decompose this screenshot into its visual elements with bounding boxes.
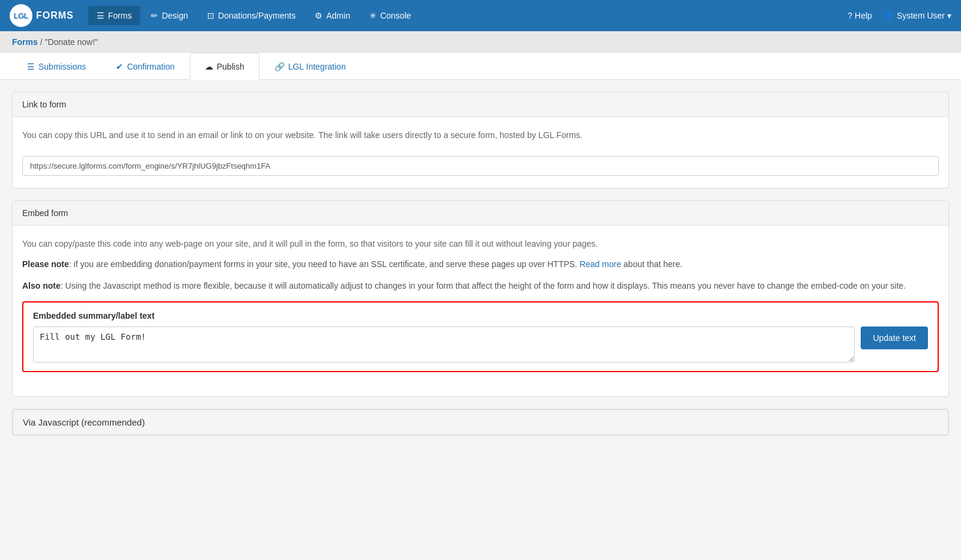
tabs: ☰ Submissions ✔ Confirmation ☁ Publish 🔗… bbox=[0, 53, 961, 80]
note1-body: : if you are embedding donation/payment … bbox=[69, 259, 577, 269]
top-navigation: LGL FORMS ☰ Forms ✏ Design ⊡ Donations/P… bbox=[0, 0, 961, 31]
breadcrumb: Forms / "Donate now!" bbox=[0, 31, 961, 53]
nav-right: ? Help 👤 System User ▾ bbox=[847, 11, 951, 20]
tab-publish[interactable]: ☁ Publish bbox=[190, 53, 259, 80]
note2-body: : Using the Javascript method is more fl… bbox=[61, 281, 906, 291]
chevron-down-icon: ▾ bbox=[947, 11, 951, 20]
nav-item-forms[interactable]: ☰ Forms bbox=[88, 6, 141, 25]
embed-form-body: You can copy/paste this code into any we… bbox=[13, 226, 948, 396]
link-to-form-section: Link to form You can copy this URL and u… bbox=[12, 92, 949, 188]
embed-form-note1: Please note: if you are embedding donati… bbox=[22, 257, 939, 271]
logo[interactable]: LGL FORMS bbox=[10, 4, 74, 27]
read-more-link[interactable]: Read more bbox=[580, 259, 621, 269]
embed-label-row: Fill out my LGL Form! Update text bbox=[33, 327, 928, 363]
logo-circle: LGL bbox=[10, 4, 32, 27]
embed-label-title: Embedded summary/label text bbox=[33, 311, 928, 321]
help-link[interactable]: ? Help bbox=[847, 11, 872, 20]
logo-forms-text: FORMS bbox=[36, 10, 74, 21]
note1-prefix: Please note bbox=[22, 259, 69, 269]
tab-submissions[interactable]: ☰ Submissions bbox=[12, 53, 101, 80]
note1-suffix: about that here. bbox=[621, 259, 682, 269]
via-js-section: Via Javascript (recommended) bbox=[12, 409, 949, 436]
console-icon: ✳ bbox=[369, 11, 377, 20]
nav-item-admin[interactable]: ⚙ Admin bbox=[306, 6, 359, 25]
embed-form-section: Embed form You can copy/paste this code … bbox=[12, 200, 949, 397]
embed-label-section: Embedded summary/label text Fill out my … bbox=[22, 301, 939, 372]
nav-item-console[interactable]: ✳ Console bbox=[361, 6, 419, 25]
gear-icon: ⚙ bbox=[315, 11, 323, 20]
tab-confirmation[interactable]: ✔ Confirmation bbox=[101, 53, 189, 80]
link-icon: 🔗 bbox=[274, 62, 285, 71]
nav-item-design[interactable]: ✏ Design bbox=[142, 6, 196, 25]
form-url-input[interactable] bbox=[22, 156, 939, 176]
forms-icon: ☰ bbox=[97, 11, 105, 20]
breadcrumb-forms-link[interactable]: Forms bbox=[12, 37, 38, 47]
update-text-button[interactable]: Update text bbox=[861, 327, 928, 349]
link-to-form-body: You can copy this URL and use it to send… bbox=[13, 117, 948, 188]
nav-items: ☰ Forms ✏ Design ⊡ Donations/Payments ⚙ … bbox=[88, 6, 848, 25]
link-to-form-description: You can copy this URL and use it to send… bbox=[22, 129, 939, 142]
tab-lgl-integration[interactable]: 🔗 LGL Integration bbox=[259, 53, 361, 80]
donations-icon: ⊡ bbox=[207, 11, 214, 20]
via-js-header: Via Javascript (recommended) bbox=[13, 409, 948, 435]
embed-form-note2: Also note: Using the Javascript method i… bbox=[22, 279, 939, 292]
embed-form-desc1: You can copy/paste this code into any we… bbox=[22, 238, 939, 250]
logo-lgl-text: LGL bbox=[14, 11, 29, 20]
breadcrumb-current: "Donate now!" bbox=[44, 37, 98, 47]
cloud-icon: ☁ bbox=[205, 62, 213, 71]
embed-label-textarea[interactable]: Fill out my LGL Form! bbox=[33, 327, 855, 363]
pencil-icon: ✏ bbox=[151, 11, 158, 20]
question-icon: ? bbox=[847, 11, 852, 20]
note2-prefix: Also note bbox=[22, 281, 61, 291]
nav-item-donations[interactable]: ⊡ Donations/Payments bbox=[199, 6, 304, 25]
link-to-form-header: Link to form bbox=[13, 92, 948, 117]
user-menu[interactable]: 👤 System User ▾ bbox=[884, 11, 951, 20]
embed-form-header: Embed form bbox=[13, 201, 948, 226]
main-content: Link to form You can copy this URL and u… bbox=[0, 80, 961, 460]
checkmark-icon: ✔ bbox=[116, 62, 123, 71]
submissions-icon: ☰ bbox=[27, 62, 35, 71]
user-icon: 👤 bbox=[884, 11, 894, 20]
